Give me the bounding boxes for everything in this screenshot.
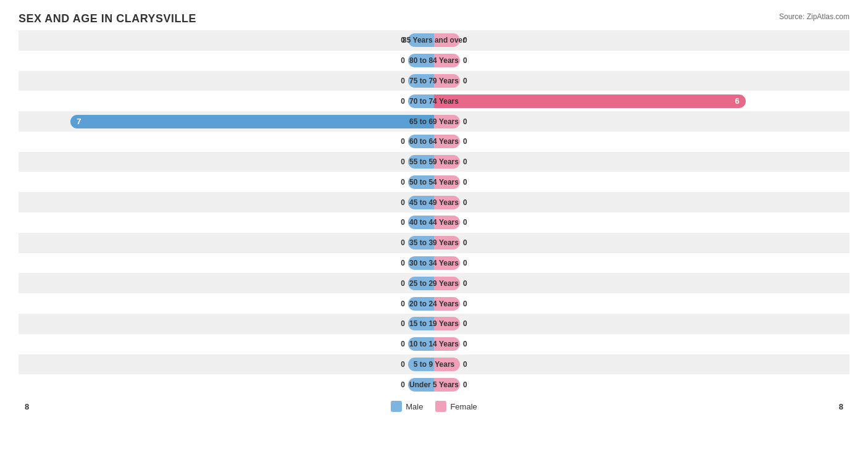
- left-half: 0: [19, 293, 434, 314]
- bar-row: 015 to 19 Years0: [19, 314, 849, 334]
- female-value: 0: [463, 178, 467, 187]
- left-half: 0: [19, 334, 434, 354]
- bar-row: 080 to 84 Years0: [19, 51, 849, 71]
- axis-right-label: 8: [839, 402, 843, 411]
- right-half: 0: [434, 172, 849, 192]
- bar-row: 765 to 69 Years0: [19, 111, 849, 132]
- age-label: 10 to 14 Years: [409, 340, 459, 348]
- right-half: 0: [434, 374, 849, 395]
- right-half: 0: [434, 152, 849, 172]
- right-half: 0: [434, 273, 849, 293]
- left-half: 0: [19, 152, 434, 172]
- male-value: 0: [401, 56, 405, 65]
- left-half: 0: [19, 132, 434, 152]
- legend-female-box: [435, 401, 446, 412]
- legend-male-item: Male: [391, 401, 423, 412]
- bar-row: 060 to 64 Years0: [19, 132, 849, 152]
- female-value: 0: [463, 77, 467, 85]
- left-half: 0: [19, 314, 434, 334]
- left-half: 0: [19, 212, 434, 233]
- female-value: 0: [463, 279, 467, 288]
- right-half: 0: [434, 30, 849, 51]
- left-half: 0: [19, 233, 434, 253]
- legend-female-item: Female: [435, 401, 477, 412]
- bar-row: 040 to 44 Years0: [19, 212, 849, 233]
- age-label: 80 to 84 Years: [409, 56, 459, 65]
- age-label: 65 to 69 Years: [409, 117, 459, 126]
- age-label: 50 to 54 Years: [409, 178, 459, 187]
- age-label: 45 to 49 Years: [409, 198, 459, 207]
- left-half: 0: [19, 71, 434, 91]
- age-label: 20 to 24 Years: [409, 300, 459, 308]
- legend-male-label: Male: [406, 402, 423, 411]
- age-label: 40 to 44 Years: [409, 218, 459, 227]
- left-half: 0: [19, 30, 434, 51]
- bar-row: 085 Years and over0: [19, 30, 849, 51]
- female-value: 0: [463, 218, 467, 227]
- legend-female-label: Female: [450, 402, 477, 411]
- female-value: 0: [463, 380, 467, 389]
- male-value: 0: [401, 137, 405, 146]
- left-half: 0: [19, 172, 434, 192]
- age-label: Under 5 Years: [409, 380, 459, 389]
- male-value: 0: [401, 340, 405, 348]
- male-value: 0: [401, 380, 405, 389]
- right-half: 0: [434, 314, 849, 334]
- right-half: 0: [434, 334, 849, 354]
- bar-row: 010 to 14 Years0: [19, 334, 849, 354]
- right-half: 0: [434, 233, 849, 253]
- right-half: 0: [434, 111, 849, 132]
- male-value: 0: [401, 279, 405, 288]
- age-label: 15 to 19 Years: [409, 319, 459, 328]
- male-value: 0: [401, 77, 405, 85]
- age-label: 55 to 59 Years: [409, 157, 459, 166]
- female-value: 0: [463, 360, 467, 369]
- right-half: 0: [434, 192, 849, 212]
- age-label: 70 to 74 Years: [409, 97, 459, 106]
- age-label: 25 to 29 Years: [409, 279, 459, 288]
- left-half: 0: [19, 51, 434, 71]
- right-half: 0: [434, 293, 849, 314]
- male-value: 0: [401, 238, 405, 247]
- legend-male-box: [391, 401, 402, 412]
- right-half: 0: [434, 212, 849, 233]
- age-label: 5 to 9 Years: [414, 360, 455, 369]
- chart-container: SEX AND AGE IN CLARYSVILLE Source: ZipAt…: [0, 0, 868, 457]
- female-value: 0: [463, 259, 467, 267]
- left-half: 0: [19, 91, 434, 111]
- male-value: 0: [401, 300, 405, 308]
- bar-row: 075 to 79 Years0: [19, 71, 849, 91]
- male-value-large: 7: [72, 115, 86, 127]
- age-label: 35 to 39 Years: [409, 238, 459, 247]
- male-value: 0: [401, 97, 405, 106]
- left-half: 0: [19, 374, 434, 395]
- source-text: Source: ZipAtlas.com: [779, 12, 849, 21]
- right-half: 0: [434, 354, 849, 375]
- right-half: 0: [434, 51, 849, 71]
- chart-footer: 8 Male Female 8: [19, 401, 849, 412]
- female-value: 0: [463, 340, 467, 348]
- left-half: 0: [19, 192, 434, 212]
- male-bar-large: 7: [70, 115, 434, 128]
- axis-left-label: 8: [25, 402, 29, 411]
- female-value: 0: [463, 319, 467, 328]
- bar-row: 035 to 39 Years0: [19, 233, 849, 253]
- chart-area: 085 Years and over0080 to 84 Years0075 t…: [19, 30, 849, 395]
- age-label: 60 to 64 Years: [409, 137, 459, 146]
- female-value: 0: [463, 157, 467, 166]
- left-half: 0: [19, 354, 434, 375]
- male-value: 0: [401, 259, 405, 267]
- female-value: 0: [463, 300, 467, 308]
- right-half: 6: [434, 91, 849, 111]
- bar-row: 030 to 34 Years0: [19, 253, 849, 274]
- male-value: 0: [401, 157, 405, 166]
- bar-row: 070 to 74 Years6: [19, 91, 849, 111]
- female-value: 0: [463, 56, 467, 65]
- female-value: 0: [463, 137, 467, 146]
- male-value: 0: [401, 360, 405, 369]
- right-half: 0: [434, 71, 849, 91]
- right-half: 0: [434, 253, 849, 274]
- bar-row: 055 to 59 Years0: [19, 152, 849, 172]
- age-label: 75 to 79 Years: [409, 77, 459, 85]
- left-half: 7: [19, 111, 434, 132]
